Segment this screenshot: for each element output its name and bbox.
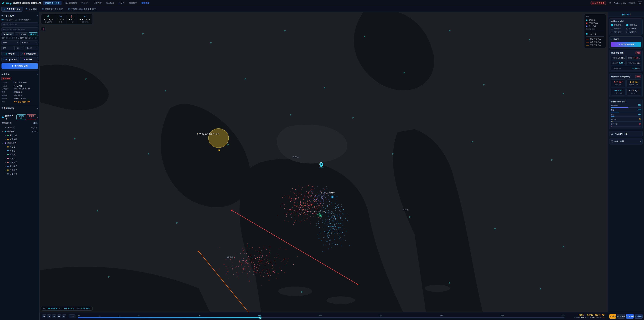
layer-tree-item[interactable]: ▾민감도평가 xyxy=(2,141,38,145)
logout-button[interactable]: 로그아웃 xyxy=(628,2,636,4)
caret-icon: ▸ xyxy=(5,158,6,159)
layer-tree-item[interactable]: ▸해안선 xyxy=(2,149,38,153)
protected-area-marker[interactable] xyxy=(218,150,220,151)
prev-button[interactable]: ◀ xyxy=(47,314,51,318)
layers-section-header[interactable]: 정보 레이어 전체 켜기 전체 끄기 ▾ xyxy=(2,114,38,120)
farm-resource-marker[interactable] xyxy=(320,215,321,216)
legend-color-dot xyxy=(586,26,588,27)
owner-insurance-section[interactable]: 선주 / 보험 ▸ xyxy=(609,138,643,144)
legend-model-row: POSEIDON xyxy=(586,22,604,25)
analysis-summary-tab[interactable]: 분석 요약 xyxy=(608,12,644,17)
duration-select[interactable]: 48시간▾ xyxy=(25,46,38,50)
layer-tree-item[interactable]: ▸사회경제 xyxy=(2,137,38,141)
layer-tree-item[interactable]: 어장정보17,129 xyxy=(2,126,38,130)
fence-endpoint[interactable] xyxy=(231,210,232,211)
layer-color-dot xyxy=(5,127,6,128)
forecast-stat-value: 4.7 km² xyxy=(612,81,625,83)
nav-item-1[interactable]: 유출유 확산예측 xyxy=(43,1,62,5)
tab-1[interactable]: ▤유출유 확산분석 xyxy=(1,7,23,12)
beach-resource-marker[interactable] xyxy=(332,196,333,198)
fence-endpoint[interactable] xyxy=(357,284,358,285)
보고서-button[interactable]: 보고서 xyxy=(626,314,634,319)
playback-speed-select[interactable]: 1×▾ xyxy=(69,314,76,318)
tab-3[interactable]: ⓘ유출유확산모델 이론 xyxy=(40,7,65,12)
coordinate-dms-display: 34° 44' 30.58" N / 127° 40' 25.89" E xyxy=(2,37,38,39)
polygon-analysis-button[interactable]: 다각형 분석수행 xyxy=(611,42,641,47)
predict-section-header[interactable]: 예측정보 입력 ▾ xyxy=(2,14,38,17)
display-option-1[interactable]: ✓유향/유속 xyxy=(611,24,626,26)
model-chip-opendrift[interactable]: ✓OpenDrift xyxy=(2,57,19,62)
incident-active-badge[interactable]: 사고 진행중 xyxy=(590,1,606,5)
layer-tree-item[interactable]: ▸수산자원 xyxy=(2,164,38,168)
amount-input[interactable] xyxy=(2,46,14,50)
layer-color-dot xyxy=(5,142,6,144)
first-button[interactable]: |◀ xyxy=(42,314,46,318)
all-layers-on-button[interactable]: 전체 켜기 xyxy=(16,114,26,120)
run-prediction-button[interactable]: 확산예측 실행 xyxy=(2,63,38,69)
layer-tree-item[interactable]: ▸관광자원 xyxy=(2,168,38,172)
display-option-5[interactable]: 시간 표시 xyxy=(611,31,626,33)
play-button[interactable]: ▶ xyxy=(52,314,56,318)
layer-tree-item[interactable]: ▸서식지 xyxy=(2,157,38,160)
all-layers-off-button[interactable]: 전체 끄기 xyxy=(27,114,36,120)
spill-type-select[interactable]: 연속▾ xyxy=(2,40,19,45)
display-option-6[interactable]: 날짜시간 xyxy=(626,31,641,33)
layer-tree: 어장정보17,129▾민감자원3,947▸환경생태▸사회경제▾민감도평가▸계절별… xyxy=(2,126,38,176)
layer-tree-item[interactable]: ▸산업자원 xyxy=(2,172,38,176)
incident-section-header[interactable]: 사고정보 ▾ xyxy=(2,73,38,76)
incident-badge-label: 사고 진행중 xyxy=(594,2,604,4)
pick-on-map-button[interactable]: 지도 xyxy=(29,32,38,36)
display-option-2[interactable]: ✓풍향/풍속 xyxy=(626,24,641,26)
model-chip-앙상블[interactable]: ✓앙상블 xyxy=(20,57,38,62)
model-chip-kosps[interactable]: ✓KOSPS xyxy=(2,52,19,56)
layer-tree-item[interactable]: ▸생물종 xyxy=(2,153,38,157)
event-marker-icon[interactable]: ♡ xyxy=(118,315,120,317)
last-button[interactable]: ▶| xyxy=(62,314,66,318)
app-logo[interactable]: Wing 해양환경 위기대응 통합시스템 xyxy=(2,2,41,5)
nav-item-4[interactable]: 보고자료 xyxy=(92,1,104,5)
fence-endpoint[interactable] xyxy=(198,251,200,252)
sample-tool-button[interactable] xyxy=(41,27,46,31)
model-chip-poseidon[interactable]: ✓POSEIDON xyxy=(20,52,38,56)
nav-item-6[interactable]: 게시판 xyxy=(116,1,126,5)
hamburger-menu-button[interactable]: ≡ xyxy=(638,1,642,5)
map-canvas[interactable]: ⚑ 여자만 습지보호구역 (6h) 웅포 해수욕장 (1h) 돌산 전복 양식장… xyxy=(40,12,608,312)
weather-metric: 9.2°C수온 xyxy=(66,14,77,24)
unit-select[interactable]: kL▾ xyxy=(16,46,24,50)
notification-bell-icon[interactable] xyxy=(608,2,612,5)
layer-tree-item[interactable]: ▸환경생태 xyxy=(2,133,38,137)
layer-tree-item[interactable]: ▸보호지역 xyxy=(2,160,38,164)
sensitive-section-header[interactable]: 영향 민감자원 ▸ xyxy=(2,107,38,110)
oil-type-select[interactable]: 벙커C유▾ xyxy=(20,40,38,45)
ff-button[interactable]: ▶▶ xyxy=(57,314,62,318)
timeline-stat-value: 10% xyxy=(581,316,584,318)
layer-tree-item[interactable]: ▾민감자원3,947 xyxy=(2,130,38,133)
재계산-button[interactable]: 재계산 xyxy=(617,314,625,319)
checkbox-icon xyxy=(611,28,613,30)
nav-item-8[interactable]: 통합조회 xyxy=(139,1,152,5)
nav-item-2[interactable]: HNS·대기확산 xyxy=(62,1,79,5)
tab-4[interactable]: ⓘ오일펜스 배치 알고리즘 이론 xyxy=(66,7,98,12)
nav-item-3[interactable]: 긴급구난 xyxy=(79,1,92,5)
저장-button[interactable]: 저장 xyxy=(609,314,616,319)
radio-direct-input[interactable]: 직접 입력 xyxy=(2,19,12,21)
display-option-4[interactable]: 민감자원 xyxy=(626,28,641,30)
nav-item-5[interactable]: 항공탐색 xyxy=(104,1,116,5)
latitude-input[interactable] xyxy=(2,32,14,36)
timeline-handle[interactable] xyxy=(259,317,261,319)
timeline-slider[interactable]: ♡♡ xyxy=(78,317,564,318)
tab-2[interactable]: ☰분석 목록 xyxy=(24,7,39,12)
nav-item-7[interactable]: 기상정보 xyxy=(127,1,139,5)
pollution-stat-cell: 유출량10.00kL xyxy=(611,56,626,60)
ship-spec-section[interactable]: 사고 선박 제원 ▸ xyxy=(609,131,643,137)
incident-list-input[interactable] xyxy=(2,27,38,31)
incident-name-input[interactable] xyxy=(2,22,38,26)
예측적-button[interactable]: 예측적 xyxy=(634,314,643,319)
display-option-3[interactable]: 해안부착 xyxy=(611,28,626,30)
longitude-input[interactable] xyxy=(15,32,28,36)
master-layer-toggle[interactable] xyxy=(33,122,38,124)
incident-location-pin[interactable] xyxy=(319,162,323,168)
event-marker-icon[interactable]: ♡ xyxy=(99,315,100,317)
radio-image-upload[interactable]: 이미지 업로드 xyxy=(15,19,30,21)
layer-tree-item[interactable]: ▸계절별 xyxy=(2,145,38,149)
